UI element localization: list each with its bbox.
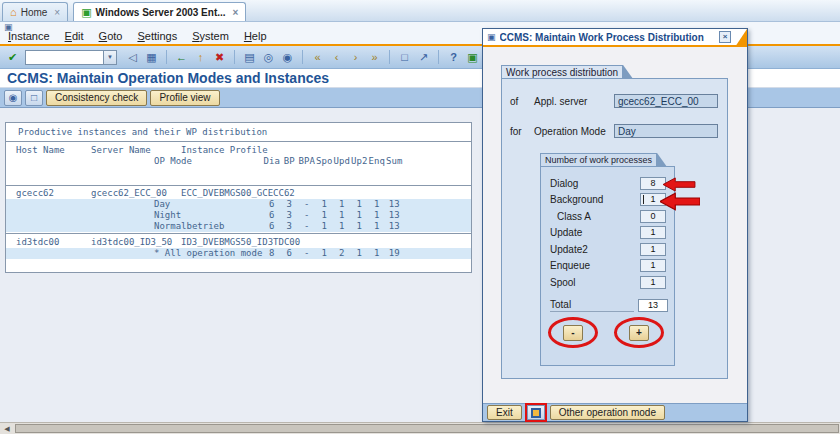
work-process-distribution-group: Work process distribution of Appl. serve… [501,78,728,379]
instance-row[interactable]: gcecc62gcecc62_ECC_00ECC_DVEBMGS00_GCECC… [6,188,471,199]
display-zoom-icon[interactable]: ◉ [4,90,22,106]
wp-count: - [298,199,316,210]
op-mode-row[interactable]: Normalbetrieb63-111113 [6,221,471,232]
wp-row: Enqueue1 [541,258,674,275]
command-field[interactable]: ▼ [25,50,117,65]
red-rectangle-annotation [525,403,547,422]
new-session-icon[interactable]: □ [396,49,413,66]
op-mode-name: * All operation mode [154,248,263,259]
wp-row: Spool1 [541,274,674,291]
red-arrow-annotation [662,177,696,192]
help-icon[interactable]: ? [445,49,462,66]
enqueue-field[interactable]: 1 [640,259,666,272]
wp-count: 1 [368,221,386,232]
wp-count: 1 [333,221,351,232]
col-header-bp: BP [281,156,299,167]
server-name: id3tdc00_ID3_50 [91,237,181,248]
wp-count: 1 [351,210,369,221]
spool-field[interactable]: 1 [640,276,666,289]
save-button[interactable] [527,405,545,420]
class-a-field[interactable]: 0 [640,210,666,223]
browser-tab[interactable]: ⌂Home× [2,2,68,21]
continue-icon[interactable]: ◁ [124,49,141,66]
menu-item-goto[interactable]: Goto [99,30,123,42]
find-icon[interactable]: ◎ [260,49,277,66]
op-mode-row[interactable]: * All operation mode86-121119 [6,248,471,259]
update-field[interactable]: 1 [640,226,666,239]
first-page-icon[interactable]: « [309,49,326,66]
wp-count: 6 [263,210,281,221]
op-mode-row[interactable]: Day63-111113 [6,199,471,210]
cancel-icon[interactable]: ✖ [211,49,228,66]
instance-profile: ECC_DVEBMGS00_GCECC62 [181,188,471,199]
menu-item-system[interactable]: System [192,30,229,42]
wp-count: 8 [263,248,281,259]
other-operation-mode-button[interactable]: Other operation mode [550,405,665,420]
exit-icon[interactable]: ↑ [192,49,209,66]
wp-count: 13 [386,199,404,210]
toolbar-separator [302,50,303,64]
close-icon[interactable]: × [719,31,731,43]
browser-tab[interactable]: ▣Windows Server 2003 Ent...× [73,2,246,21]
save-icon[interactable]: ▦ [143,49,160,66]
menu-item-edit[interactable]: Edit [65,30,84,42]
last-page-icon[interactable]: » [366,49,383,66]
toolbar-separator [389,50,390,64]
command-field-dropdown-icon[interactable]: ▼ [103,51,116,64]
page-down-icon[interactable]: › [347,49,364,66]
wp-count: 1 [333,210,351,221]
dialog-label: Dialog [550,178,640,189]
enter-icon[interactable]: ✔ [4,49,21,66]
wp-count: 6 [263,221,281,232]
wp-count: 1 [368,210,386,221]
total-label: Total [550,299,571,311]
tab-close-icon[interactable]: × [233,7,239,18]
wp-count: 1 [316,248,334,259]
exit-button[interactable]: Exit [487,405,522,420]
create-shortcut-icon[interactable]: ↗ [415,49,432,66]
wp-count: 1 [351,248,369,259]
dialog-title-bar: ▣ CCMS: Maintain Work Process Distributi… [483,29,747,47]
wp-count: 19 [386,248,404,259]
scrollbar-thumb[interactable] [15,424,839,433]
wp-count: 6 [281,248,299,259]
customize-layout-icon[interactable]: ▣ [464,49,481,66]
find-next-icon[interactable]: ◉ [279,49,296,66]
page-up-icon[interactable]: ‹ [328,49,345,66]
col-header-bpa: BPA [298,156,316,167]
browser-tab-bar: ⌂Home×▣Windows Server 2003 Ent...× [0,0,840,22]
create-new-icon[interactable]: □ [25,90,43,106]
server-name: gcecc62_ECC_00 [91,188,181,199]
instance-row[interactable]: id3tdc00id3tdc00_ID3_50ID3_DVEBMGS50_ID3… [6,237,471,248]
enqueue-label: Enqueue [550,260,640,271]
instance-distribution-table: Productive instances and their WP distri… [5,122,472,273]
background-label: Background [550,194,640,205]
menu-item-settings[interactable]: Settings [137,30,177,42]
group-title: Number of work processes [541,154,656,166]
wp-count: 13 [386,221,404,232]
wp-count: 3 [281,210,299,221]
menu-item-instance[interactable]: Instance [8,30,50,42]
scroll-left-icon[interactable]: ◀ [0,423,14,434]
op-mode-row[interactable]: Night63-111113 [6,210,471,221]
work-process-distribution-dialog: ▣ CCMS: Maintain Work Process Distributi… [482,28,748,422]
col-header-sum: Sum [386,156,404,167]
consistency-check-button[interactable]: Consistency check [46,90,147,106]
horizontal-scrollbar[interactable]: ◀ [0,422,840,434]
operation-mode-field: Day [614,124,718,138]
host-name: id3tdc00 [16,237,91,248]
tab-close-icon[interactable]: × [54,7,60,18]
menu-item-help[interactable]: Help [244,30,267,42]
number-of-work-processes-group: Number of work processes Dialog8Backgrou… [540,166,675,366]
profile-view-button[interactable]: Profile view [150,90,219,106]
print-icon[interactable]: ▤ [241,49,258,66]
update2-field[interactable]: 1 [640,243,666,256]
back-icon[interactable]: ← [173,49,190,66]
update2-label: Update2 [550,244,640,255]
wp-row: Update21 [541,241,674,258]
wp-count: - [298,248,316,259]
table-header: Host Name Server Name Instance Profile O… [6,142,471,186]
tab-label: Home [21,7,48,18]
of-label: of [510,96,534,107]
instance-group: id3tdc00id3tdc00_ID3_50ID3_DVEBMGS50_ID3… [6,234,471,272]
